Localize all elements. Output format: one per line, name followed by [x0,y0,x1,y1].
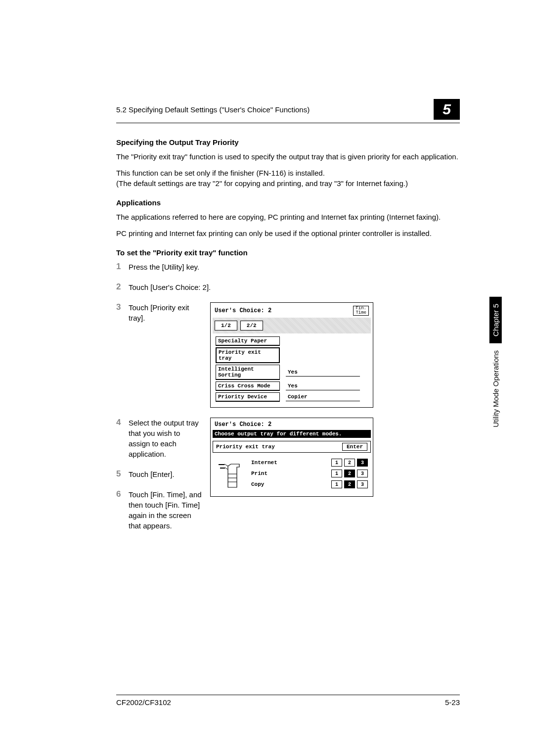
step-with-screenshot: 3 Touch [Priority exit tray]. User's Cho… [116,302,460,408]
page-content: 5.2 Specifying Default Settings ("User's… [0,0,534,590]
heading-output-tray-priority: Specifying the Output Tray Priority [116,138,460,146]
device-screenshot-2: User's Choice: 2 Choose output tray for … [210,418,373,497]
option-list: Specialty Paper Priority exit tray Intel… [213,334,371,405]
tray-option-3[interactable]: 3 [357,480,368,488]
page-number: 5-23 [445,698,460,707]
tray-option-1[interactable]: 1 [331,470,342,477]
side-tab: Utility Mode Operations Chapter 5 [490,297,502,427]
tray-option-1[interactable]: 1 [331,480,342,488]
page-footer: CF2002/CF3102 5-23 [116,695,460,707]
screen-title: User's Choice: 2 [215,421,271,428]
model-number: CF2002/CF3102 [116,698,171,707]
side-operations-label: Utility Mode Operations [491,350,500,427]
step-number: 3 [116,302,129,323]
criss-cross-mode-button[interactable]: Criss Cross Mode [216,381,280,391]
intelligent-sorting-button[interactable]: Intelligent Sorting [216,365,280,380]
step-number: 6 [116,489,129,531]
priority-exit-tray-button[interactable]: Priority exit tray [216,347,280,363]
heading-applications: Applications [116,198,460,207]
step-text: Touch [Priority exit tray]. [129,302,203,323]
option-value: Yes [286,382,360,390]
tray-row-print: Print 1 2 3 [251,470,368,477]
option-row: Intelligent Sorting Yes [216,365,368,380]
tray-option-1[interactable]: 1 [331,459,342,467]
tray-selection-grid: Internet 1 2 3 Print 1 [213,456,371,494]
svg-rect-1 [220,468,225,469]
option-row: Specialty Paper [216,336,368,346]
step-text: Select the output tray that you wish to … [129,418,203,459]
section-label: Priority exit tray [216,444,275,450]
chapter-number-box: 5 [434,99,460,120]
enter-button[interactable]: Enter [342,443,367,451]
screen-title: User's Choice: 2 [215,307,271,314]
tab-2-of-2[interactable]: 2/2 [240,321,263,331]
priority-device-button[interactable]: Priority Device [216,392,280,402]
option-row: Priority Device Copier [216,392,368,402]
step-text: Touch [Fin. Time], and then touch [Fin. … [129,489,203,531]
step-number: 4 [116,418,129,459]
tray-rows: Internet 1 2 3 Print 1 [251,459,368,491]
tray-row-copy: Copy 1 2 3 [251,480,368,488]
paragraph: The applications referred to here are co… [116,212,460,222]
step-text: Touch [Enter]. [129,469,203,479]
mode-label: Print [251,471,283,476]
section-bar: Priority exit tray Enter [213,441,371,453]
mode-label: Internet [251,460,283,466]
fin-time-button[interactable]: Fin. Time [353,306,369,316]
printer-icon [216,459,245,491]
step-group-with-screenshot: 4 Select the output tray that you wish t… [116,418,460,541]
option-value: Copier [286,393,360,401]
step-text: Press the [Utility] key. [129,262,460,272]
tray-option-2[interactable]: 2 [344,470,355,477]
step-number: 5 [116,469,129,479]
section-breadcrumb: 5.2 Specifying Default Settings ("User's… [116,105,310,114]
heading-procedure: To set the "Priority exit tray" function [116,248,460,257]
paragraph: This function can be set only if the fin… [116,168,460,189]
tray-option-2[interactable]: 2 [344,459,355,467]
side-chapter-label: Chapter 5 [490,297,502,343]
step-number: 1 [116,262,129,272]
step-number: 2 [116,282,129,292]
tray-option-2[interactable]: 2 [344,480,355,488]
device-screenshot-1: User's Choice: 2 Fin. Time 1/2 2/2 Speci… [210,302,373,408]
mode-label: Copy [251,481,283,487]
step-item: 2 Touch [User's Choice: 2]. [116,282,460,292]
option-row: Criss Cross Mode Yes [216,381,368,391]
paragraph: PC printing and Internet fax printing ca… [116,228,460,238]
tray-option-3[interactable]: 3 [357,459,368,467]
step-text: Touch [User's Choice: 2]. [129,282,460,292]
svg-rect-0 [219,464,224,465]
tray-option-3[interactable]: 3 [357,470,368,477]
paragraph: The "Priority exit tray" function is use… [116,151,460,162]
procedure-list: 1 Press the [Utility] key. 2 Touch [User… [116,262,460,541]
step-item: 1 Press the [Utility] key. [116,262,460,272]
option-row: Priority exit tray [216,347,368,363]
instruction-bar: Choose output tray for different modes. [213,430,371,438]
option-value: Yes [286,368,360,377]
specialty-paper-button[interactable]: Specialty Paper [216,336,280,346]
page-header: 5.2 Specifying Default Settings ("User's… [116,99,460,123]
tray-row-internet: Internet 1 2 3 [251,459,368,467]
tab-1-of-2[interactable]: 1/2 [215,321,237,331]
